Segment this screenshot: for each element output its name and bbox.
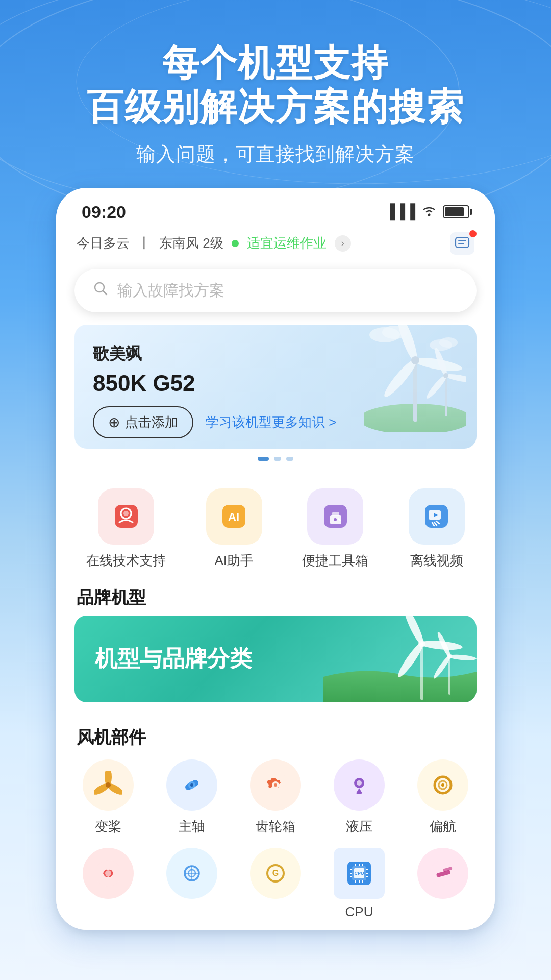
- battery-icon: [443, 205, 469, 218]
- suitable-text: 适宜运维作业: [247, 234, 327, 252]
- windmill-illustration: [364, 325, 466, 427]
- svg-point-26: [123, 511, 129, 516]
- svg-point-57: [274, 783, 277, 787]
- row2-icon-1: [83, 848, 134, 899]
- comp-item-zhuzou[interactable]: 主轴: [166, 760, 217, 836]
- toolbox-icon-bg: [307, 488, 363, 545]
- status-bar: 09:20 ▐▐▐: [56, 188, 495, 227]
- phone-mockup: 09:20 ▐▐▐ 今日多云 丨 东南风 2级 适宜运维作业 ›: [56, 188, 495, 930]
- hero-title-line1: 每个机型支持: [162, 42, 389, 83]
- chilunxiang-icon: [250, 760, 301, 811]
- svg-text:AI: AI: [228, 510, 239, 523]
- comp-item-2-1[interactable]: [83, 848, 134, 920]
- brand-card-wrap: 机型与品牌分类: [56, 616, 495, 713]
- svg-point-66: [105, 870, 111, 876]
- hero-title-line2: 百级别解决方案的搜索: [87, 86, 464, 127]
- toolbox-label: 便捷工具箱: [302, 552, 368, 570]
- quick-item-offline-video[interactable]: 离线视频: [409, 488, 465, 570]
- row2-icon-5: [417, 848, 468, 899]
- weather-arrow[interactable]: ›: [335, 235, 351, 252]
- comp-item-chilunxiang[interactable]: 齿轮箱: [250, 760, 301, 836]
- comp-item-2-5[interactable]: [417, 848, 468, 920]
- comp-item-2-3[interactable]: G: [250, 848, 301, 920]
- comp-item-bianjian[interactable]: 变桨: [83, 760, 134, 836]
- comp-item-2-2[interactable]: [166, 848, 217, 920]
- card-actions: ⊕ 点击添加 学习该机型更多知识 >: [93, 406, 336, 438]
- svg-rect-41: [448, 656, 450, 695]
- yeya-label: 液压: [346, 818, 372, 836]
- hero-title: 每个机型支持 百级别解决方案的搜索: [31, 41, 520, 129]
- dot-1: [258, 457, 269, 461]
- add-icon: ⊕: [108, 414, 120, 431]
- suitable-dot: [232, 240, 239, 247]
- feature-card: 歌美飒 850K G52 ⊕ 点击添加 学习该机型更多知识 >: [74, 325, 477, 449]
- bianjian-icon: [83, 760, 134, 811]
- weather-text: 今日多云: [77, 234, 130, 252]
- dot-2: [274, 457, 281, 461]
- svg-point-60: [357, 780, 362, 786]
- card-model: 850K G52: [93, 371, 336, 396]
- quick-item-support[interactable]: 在线技术支持: [86, 488, 166, 570]
- pianghang-label: 偏航: [430, 818, 456, 836]
- quick-item-ai[interactable]: AI AI助手: [206, 488, 262, 570]
- svg-point-54: [190, 783, 193, 787]
- hero-section: 每个机型支持 百级别解决方案的搜索 输入问题，可直接找到解决方案: [0, 0, 551, 188]
- brand-windmills: [323, 616, 477, 702]
- component-section: 风机部件 变桨: [56, 713, 495, 930]
- add-label: 点击添加: [125, 413, 178, 431]
- search-bar[interactable]: 输入故障找方案: [74, 269, 477, 312]
- add-button[interactable]: ⊕ 点击添加: [93, 406, 193, 438]
- component-title: 风机部件: [56, 718, 495, 760]
- cpu-label: CPU: [345, 904, 373, 920]
- quick-item-toolbox[interactable]: 便捷工具箱: [302, 488, 368, 570]
- svg-point-50: [106, 782, 111, 788]
- status-icons: ▐▐▐: [385, 204, 469, 220]
- comp-item-yeya[interactable]: 液压: [334, 760, 385, 836]
- chilunxiang-label: 齿轮箱: [256, 818, 295, 836]
- search-placeholder: 输入故障找方案: [117, 280, 224, 301]
- brand-card-text: 机型与品牌分类: [95, 644, 252, 674]
- zhuzou-label: 主轴: [179, 818, 205, 836]
- svg-line-8: [103, 291, 107, 295]
- ai-icon-bg: AI: [206, 488, 262, 545]
- svg-text:G: G: [272, 869, 279, 877]
- component-icons-row1: 变桨 主轴: [56, 760, 495, 836]
- zhuzou-icon: [166, 760, 217, 811]
- row2-icon-3: G: [250, 848, 301, 899]
- svg-point-3: [428, 213, 431, 216]
- signal-icon: ▐▐▐: [385, 204, 415, 220]
- svg-point-21: [382, 326, 408, 339]
- yeya-icon: [334, 760, 385, 811]
- svg-point-14: [411, 356, 419, 364]
- offline-video-label: 离线视频: [410, 552, 463, 570]
- svg-rect-4: [456, 237, 469, 248]
- svg-point-32: [334, 518, 337, 521]
- support-label: 在线技术支持: [86, 552, 166, 570]
- brand-section-title: 品牌机型: [56, 578, 495, 616]
- wind-text: 东南风 2级: [159, 234, 223, 252]
- svg-point-19: [443, 373, 448, 378]
- comp-item-cpu[interactable]: CPU: [334, 848, 385, 920]
- comp-item-pianghang[interactable]: 偏航: [417, 760, 468, 836]
- weather-bar: 今日多云 丨 东南风 2级 适宜运维作业 ›: [56, 227, 495, 264]
- pianghang-icon: [417, 760, 468, 811]
- chat-badge: [469, 230, 477, 237]
- wifi-icon: [421, 204, 437, 220]
- search-wrap: 输入故障找方案: [56, 264, 495, 325]
- svg-rect-31: [332, 512, 339, 516]
- cpu-icon: CPU: [334, 848, 385, 899]
- svg-point-43: [448, 654, 477, 662]
- card-brand: 歌美飒: [93, 343, 336, 365]
- chat-icon-wrap: [450, 232, 474, 255]
- bianjian-label: 变桨: [95, 818, 121, 836]
- component-icons-row2: G CPU: [56, 848, 495, 920]
- brand-card[interactable]: 机型与品牌分类: [74, 616, 477, 702]
- svg-point-23: [439, 337, 458, 348]
- quick-icons: 在线技术支持 AI AI助手 便捷工具箱: [56, 473, 495, 578]
- learn-link[interactable]: 学习该机型更多知识 >: [206, 413, 336, 431]
- support-icon-bg: [98, 488, 154, 545]
- hero-subtitle: 输入问题，可直接找到解决方案: [31, 141, 520, 167]
- svg-point-45: [447, 654, 452, 659]
- ai-label: AI助手: [214, 552, 254, 570]
- status-time: 09:20: [82, 202, 126, 222]
